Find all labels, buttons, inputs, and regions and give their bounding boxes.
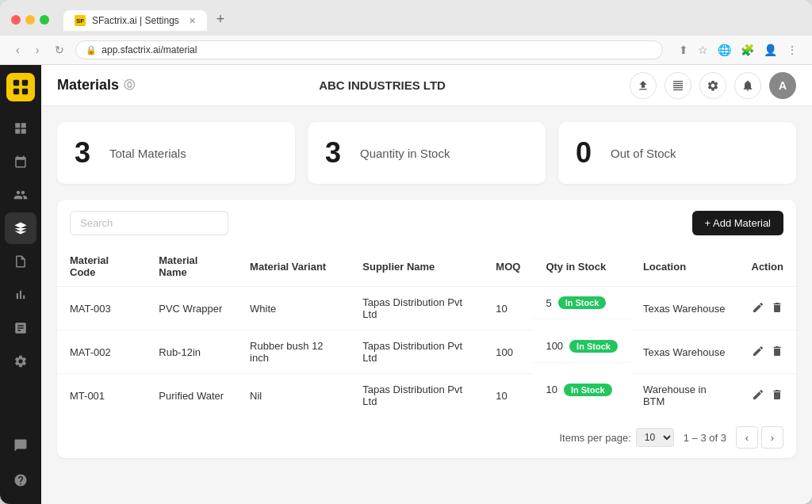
- table-row: MAT-002 Rub-12in Rubber bush 12 inch Tap…: [57, 330, 796, 374]
- page-help-icon[interactable]: ⓪: [124, 78, 135, 93]
- active-tab[interactable]: SF SFactrix.ai | Settings ✕: [63, 10, 207, 31]
- close-button[interactable]: [11, 15, 21, 25]
- sidebar-logo[interactable]: [6, 73, 35, 101]
- sidebar: [0, 65, 41, 504]
- quantity-in-stock-number: 3: [325, 136, 349, 170]
- edit-icon[interactable]: [752, 301, 764, 316]
- cell-action: [739, 374, 797, 418]
- extensions-icon[interactable]: 🧩: [737, 42, 757, 58]
- header-actions: A: [630, 72, 796, 99]
- cell-location: Texas Warehouse: [630, 287, 739, 330]
- table-section: + Add Material Material Code Material Na…: [57, 200, 796, 458]
- globe-icon[interactable]: 🌐: [714, 42, 734, 58]
- col-header-code: Material Code: [57, 246, 146, 287]
- sidebar-item-settings[interactable]: [5, 346, 36, 377]
- cell-location: Warehouse in BTM: [630, 374, 739, 418]
- avatar[interactable]: A: [769, 72, 796, 99]
- stat-card-total-materials: 3 Total Materials: [57, 122, 295, 184]
- status-badge: In Stock: [569, 340, 618, 353]
- browser-titlebar: SF SFactrix.ai | Settings ✕ +: [0, 0, 812, 36]
- main-content: Materials ⓪ ABC INDUSTRIES LTD: [41, 65, 812, 504]
- page-title-area: Materials ⓪: [57, 77, 135, 94]
- cell-qty: 5 In Stock: [533, 287, 630, 319]
- menu-icon[interactable]: ⋮: [783, 42, 801, 58]
- settings-icon-button[interactable]: [699, 72, 726, 99]
- status-badge: In Stock: [564, 384, 612, 396]
- bookmark-icon[interactable]: ☆: [695, 42, 711, 58]
- delete-icon[interactable]: [771, 345, 783, 360]
- items-per-page-label: Items per page:: [559, 432, 630, 444]
- sidebar-item-help[interactable]: [5, 464, 36, 496]
- cell-moq: 10: [483, 374, 533, 418]
- sidebar-item-contacts[interactable]: [5, 179, 36, 211]
- delete-icon[interactable]: [771, 301, 783, 316]
- table-toolbar: + Add Material: [57, 200, 796, 246]
- download-icon[interactable]: ⬆: [676, 42, 691, 58]
- cell-qty: 10 In Stock: [533, 374, 630, 406]
- cell-supplier: Tapas Distribution Pvt Ltd: [350, 287, 483, 330]
- svg-rect-1: [22, 80, 28, 86]
- add-material-button[interactable]: + Add Material: [692, 211, 783, 235]
- items-per-page-select[interactable]: 10 25 50: [636, 428, 674, 447]
- stats-row: 3 Total Materials 3 Quantity in Stock 0 …: [57, 122, 796, 184]
- sidebar-item-calendar[interactable]: [5, 146, 36, 178]
- cell-variant: Rubber bush 12 inch: [237, 330, 350, 374]
- search-input[interactable]: [70, 211, 228, 235]
- cell-location: Texas Warehouse: [630, 330, 739, 374]
- minimize-button[interactable]: [25, 15, 35, 25]
- sidebar-item-documents[interactable]: [5, 312, 36, 344]
- sidebar-item-messages[interactable]: [5, 430, 36, 461]
- tab-title: SFactrix.ai | Settings: [92, 15, 179, 26]
- page-content: 3 Total Materials 3 Quantity in Stock 0 …: [41, 106, 812, 504]
- svg-rect-0: [13, 80, 19, 86]
- lock-icon: 🔒: [86, 45, 97, 55]
- back-button[interactable]: ‹: [11, 42, 25, 58]
- sidebar-bottom: [5, 430, 36, 496]
- col-header-action: Action: [739, 246, 797, 287]
- address-bar[interactable]: 🔒 app.sfactrix.ai/material: [75, 40, 663, 59]
- cell-qty: 100 In Stock: [533, 330, 630, 363]
- header-company-name: ABC INDUSTRIES LTD: [135, 78, 630, 92]
- maximize-button[interactable]: [40, 15, 49, 25]
- next-page-button[interactable]: ›: [761, 426, 783, 449]
- page-nav: ‹ ›: [736, 426, 783, 449]
- out-of-stock-number: 0: [576, 136, 599, 170]
- profile-icon[interactable]: 👤: [760, 42, 780, 58]
- upload-button[interactable]: [630, 72, 657, 99]
- refresh-button[interactable]: ↻: [50, 42, 69, 58]
- sidebar-item-materials[interactable]: [5, 212, 36, 244]
- sidebar-item-reports[interactable]: [5, 246, 36, 277]
- stat-card-quantity-in-stock: 3 Quantity in Stock: [308, 122, 546, 184]
- edit-icon[interactable]: [752, 345, 764, 360]
- cell-code: MAT-002: [57, 330, 146, 374]
- edit-icon[interactable]: [752, 388, 764, 403]
- browser-tabs: SF SFactrix.ai | Settings ✕ +: [63, 8, 801, 31]
- tab-close-icon[interactable]: ✕: [189, 16, 196, 26]
- status-badge: In Stock: [558, 296, 607, 309]
- table-view-button[interactable]: [665, 72, 691, 99]
- table-row: MT-001 Purified Water Nil Tapas Distribu…: [57, 374, 796, 418]
- col-header-location: Location: [630, 246, 739, 287]
- notifications-button[interactable]: [734, 72, 761, 99]
- delete-icon[interactable]: [771, 388, 783, 403]
- table-header-row: Material Code Material Name Material Var…: [57, 246, 796, 287]
- cell-variant: Nil: [237, 374, 350, 418]
- prev-page-button[interactable]: ‹: [736, 426, 758, 449]
- data-table: Material Code Material Name Material Var…: [57, 246, 796, 417]
- total-materials-label: Total Materials: [109, 147, 186, 160]
- page-title: Materials: [57, 77, 119, 94]
- browser-navbar: ‹ › ↻ 🔒 app.sfactrix.ai/material ⬆ ☆ 🌐 🧩…: [0, 36, 812, 65]
- stat-card-out-of-stock: 0 Out of Stock: [558, 122, 796, 184]
- cell-name: Rub-12in: [146, 330, 237, 374]
- col-header-variant: Material Variant: [237, 246, 350, 287]
- cell-supplier: Tapas Distribution Pvt Ltd: [350, 330, 483, 374]
- forward-button[interactable]: ›: [31, 42, 44, 58]
- cell-action: [739, 287, 797, 330]
- url-text: app.sfactrix.ai/material: [102, 44, 197, 55]
- new-tab-button[interactable]: +: [210, 8, 232, 31]
- sidebar-item-analytics[interactable]: [5, 279, 36, 311]
- out-of-stock-label: Out of Stock: [611, 147, 676, 160]
- col-header-qty: Qty in Stock: [533, 246, 630, 287]
- sidebar-item-dashboard[interactable]: [5, 113, 36, 144]
- svg-rect-3: [22, 89, 28, 94]
